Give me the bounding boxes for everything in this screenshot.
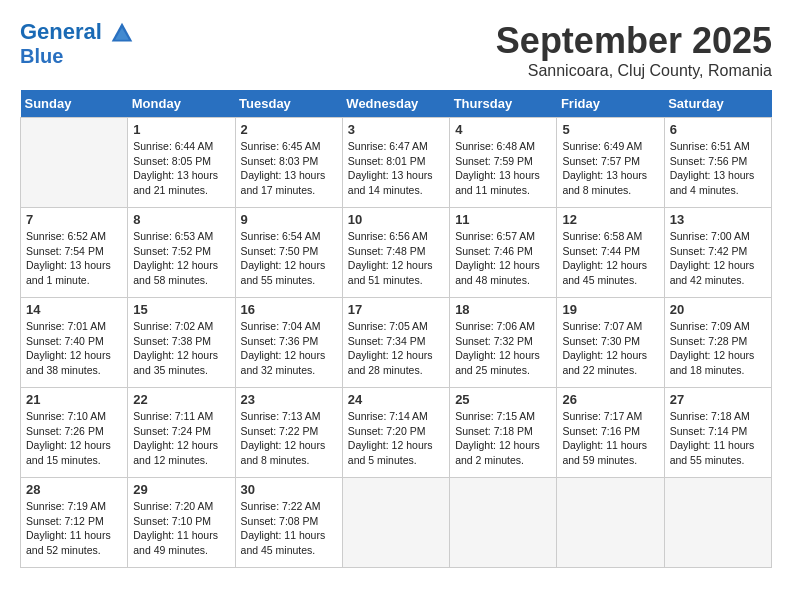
calendar-cell: 2Sunrise: 6:45 AMSunset: 8:03 PMDaylight… [235, 118, 342, 208]
calendar-cell: 15Sunrise: 7:02 AMSunset: 7:38 PMDayligh… [128, 298, 235, 388]
calendar-cell: 6Sunrise: 6:51 AMSunset: 7:56 PMDaylight… [664, 118, 771, 208]
day-number: 28 [26, 482, 122, 497]
day-number: 11 [455, 212, 551, 227]
day-number: 27 [670, 392, 766, 407]
day-info: Sunrise: 7:06 AMSunset: 7:32 PMDaylight:… [455, 319, 551, 378]
day-number: 20 [670, 302, 766, 317]
day-info: Sunrise: 6:57 AMSunset: 7:46 PMDaylight:… [455, 229, 551, 288]
day-number: 10 [348, 212, 444, 227]
calendar-cell: 1Sunrise: 6:44 AMSunset: 8:05 PMDaylight… [128, 118, 235, 208]
day-number: 26 [562, 392, 658, 407]
calendar-week-3: 14Sunrise: 7:01 AMSunset: 7:40 PMDayligh… [21, 298, 772, 388]
logo-text: General [20, 20, 134, 45]
calendar-cell: 28Sunrise: 7:19 AMSunset: 7:12 PMDayligh… [21, 478, 128, 568]
location-text: Sannicoara, Cluj County, Romania [496, 62, 772, 80]
calendar-cell: 10Sunrise: 6:56 AMSunset: 7:48 PMDayligh… [342, 208, 449, 298]
day-number: 5 [562, 122, 658, 137]
page-header: General Blue September 2025 Sannicoara, … [20, 20, 772, 80]
month-title: September 2025 [496, 20, 772, 62]
day-info: Sunrise: 6:44 AMSunset: 8:05 PMDaylight:… [133, 139, 229, 198]
calendar-cell: 13Sunrise: 7:00 AMSunset: 7:42 PMDayligh… [664, 208, 771, 298]
calendar-cell: 30Sunrise: 7:22 AMSunset: 7:08 PMDayligh… [235, 478, 342, 568]
calendar-cell: 3Sunrise: 6:47 AMSunset: 8:01 PMDaylight… [342, 118, 449, 208]
calendar-cell: 11Sunrise: 6:57 AMSunset: 7:46 PMDayligh… [450, 208, 557, 298]
calendar-cell: 19Sunrise: 7:07 AMSunset: 7:30 PMDayligh… [557, 298, 664, 388]
weekday-header-sunday: Sunday [21, 90, 128, 118]
day-info: Sunrise: 6:45 AMSunset: 8:03 PMDaylight:… [241, 139, 337, 198]
day-number: 17 [348, 302, 444, 317]
day-info: Sunrise: 7:22 AMSunset: 7:08 PMDaylight:… [241, 499, 337, 558]
calendar-week-2: 7Sunrise: 6:52 AMSunset: 7:54 PMDaylight… [21, 208, 772, 298]
weekday-header-wednesday: Wednesday [342, 90, 449, 118]
day-number: 3 [348, 122, 444, 137]
weekday-header-tuesday: Tuesday [235, 90, 342, 118]
day-number: 9 [241, 212, 337, 227]
weekday-header-monday: Monday [128, 90, 235, 118]
day-number: 16 [241, 302, 337, 317]
calendar-cell: 4Sunrise: 6:48 AMSunset: 7:59 PMDaylight… [450, 118, 557, 208]
calendar-cell [557, 478, 664, 568]
day-info: Sunrise: 7:19 AMSunset: 7:12 PMDaylight:… [26, 499, 122, 558]
day-info: Sunrise: 7:20 AMSunset: 7:10 PMDaylight:… [133, 499, 229, 558]
calendar-cell: 22Sunrise: 7:11 AMSunset: 7:24 PMDayligh… [128, 388, 235, 478]
day-info: Sunrise: 6:48 AMSunset: 7:59 PMDaylight:… [455, 139, 551, 198]
day-info: Sunrise: 6:53 AMSunset: 7:52 PMDaylight:… [133, 229, 229, 288]
calendar-cell: 18Sunrise: 7:06 AMSunset: 7:32 PMDayligh… [450, 298, 557, 388]
calendar-cell: 7Sunrise: 6:52 AMSunset: 7:54 PMDaylight… [21, 208, 128, 298]
day-info: Sunrise: 6:58 AMSunset: 7:44 PMDaylight:… [562, 229, 658, 288]
day-number: 12 [562, 212, 658, 227]
day-number: 25 [455, 392, 551, 407]
calendar-week-5: 28Sunrise: 7:19 AMSunset: 7:12 PMDayligh… [21, 478, 772, 568]
logo: General Blue [20, 20, 134, 67]
day-number: 4 [455, 122, 551, 137]
day-number: 24 [348, 392, 444, 407]
day-number: 2 [241, 122, 337, 137]
day-number: 14 [26, 302, 122, 317]
weekday-header-saturday: Saturday [664, 90, 771, 118]
day-number: 6 [670, 122, 766, 137]
calendar-table: SundayMondayTuesdayWednesdayThursdayFrid… [20, 90, 772, 568]
day-number: 19 [562, 302, 658, 317]
day-number: 30 [241, 482, 337, 497]
day-info: Sunrise: 6:56 AMSunset: 7:48 PMDaylight:… [348, 229, 444, 288]
day-info: Sunrise: 7:09 AMSunset: 7:28 PMDaylight:… [670, 319, 766, 378]
calendar-cell [664, 478, 771, 568]
calendar-cell: 20Sunrise: 7:09 AMSunset: 7:28 PMDayligh… [664, 298, 771, 388]
day-info: Sunrise: 7:18 AMSunset: 7:14 PMDaylight:… [670, 409, 766, 468]
calendar-cell: 16Sunrise: 7:04 AMSunset: 7:36 PMDayligh… [235, 298, 342, 388]
day-info: Sunrise: 7:02 AMSunset: 7:38 PMDaylight:… [133, 319, 229, 378]
calendar-cell: 5Sunrise: 6:49 AMSunset: 7:57 PMDaylight… [557, 118, 664, 208]
calendar-cell: 24Sunrise: 7:14 AMSunset: 7:20 PMDayligh… [342, 388, 449, 478]
day-info: Sunrise: 7:07 AMSunset: 7:30 PMDaylight:… [562, 319, 658, 378]
day-number: 23 [241, 392, 337, 407]
day-number: 29 [133, 482, 229, 497]
calendar-cell: 14Sunrise: 7:01 AMSunset: 7:40 PMDayligh… [21, 298, 128, 388]
day-info: Sunrise: 7:15 AMSunset: 7:18 PMDaylight:… [455, 409, 551, 468]
calendar-cell: 29Sunrise: 7:20 AMSunset: 7:10 PMDayligh… [128, 478, 235, 568]
day-number: 21 [26, 392, 122, 407]
logo-blue-text: Blue [20, 45, 134, 67]
day-info: Sunrise: 7:05 AMSunset: 7:34 PMDaylight:… [348, 319, 444, 378]
day-info: Sunrise: 7:17 AMSunset: 7:16 PMDaylight:… [562, 409, 658, 468]
calendar-cell: 21Sunrise: 7:10 AMSunset: 7:26 PMDayligh… [21, 388, 128, 478]
weekday-header-friday: Friday [557, 90, 664, 118]
calendar-cell: 12Sunrise: 6:58 AMSunset: 7:44 PMDayligh… [557, 208, 664, 298]
day-number: 7 [26, 212, 122, 227]
calendar-cell [450, 478, 557, 568]
weekday-header-thursday: Thursday [450, 90, 557, 118]
calendar-cell: 17Sunrise: 7:05 AMSunset: 7:34 PMDayligh… [342, 298, 449, 388]
calendar-cell: 23Sunrise: 7:13 AMSunset: 7:22 PMDayligh… [235, 388, 342, 478]
day-number: 15 [133, 302, 229, 317]
day-info: Sunrise: 7:01 AMSunset: 7:40 PMDaylight:… [26, 319, 122, 378]
day-info: Sunrise: 7:11 AMSunset: 7:24 PMDaylight:… [133, 409, 229, 468]
title-block: September 2025 Sannicoara, Cluj County, … [496, 20, 772, 80]
day-info: Sunrise: 6:54 AMSunset: 7:50 PMDaylight:… [241, 229, 337, 288]
day-info: Sunrise: 7:00 AMSunset: 7:42 PMDaylight:… [670, 229, 766, 288]
day-number: 18 [455, 302, 551, 317]
day-info: Sunrise: 6:49 AMSunset: 7:57 PMDaylight:… [562, 139, 658, 198]
day-number: 22 [133, 392, 229, 407]
day-info: Sunrise: 7:04 AMSunset: 7:36 PMDaylight:… [241, 319, 337, 378]
calendar-cell: 25Sunrise: 7:15 AMSunset: 7:18 PMDayligh… [450, 388, 557, 478]
calendar-cell: 9Sunrise: 6:54 AMSunset: 7:50 PMDaylight… [235, 208, 342, 298]
day-info: Sunrise: 6:51 AMSunset: 7:56 PMDaylight:… [670, 139, 766, 198]
